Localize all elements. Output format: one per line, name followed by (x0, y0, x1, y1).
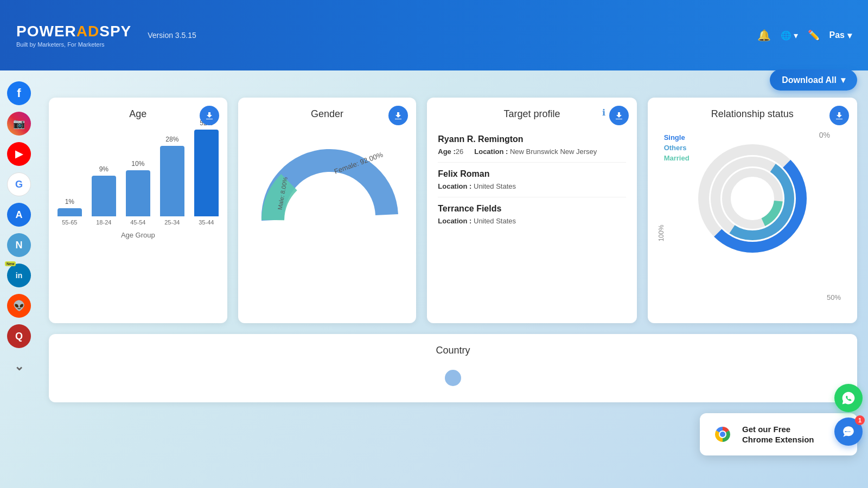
bar-label-5565: 55-65 (62, 219, 77, 226)
age-download-button[interactable] (200, 106, 219, 125)
profile-person-3: Terrance Fields Location : United States (438, 197, 626, 232)
download-all-chevron: ▾ (841, 75, 845, 85)
relationship-chart-area: Single Others Married 0% 100% 50% (659, 128, 846, 312)
chrome-extension-text: Get our FreeChrome Extension (742, 424, 814, 445)
location-label-1: Location : (474, 147, 508, 156)
relationship-card: Relationship status Single Others Marrie… (648, 98, 857, 323)
bar-pct-4554: 10% (131, 160, 144, 168)
download-icon-rel (835, 111, 844, 120)
sidebar-item-linkedin[interactable]: New in (7, 264, 31, 287)
profile-details-2: Location : United States (438, 182, 626, 190)
globe-icon: 🌐 (781, 30, 792, 41)
sidebar-item-google[interactable]: G (7, 172, 31, 196)
chat-fab[interactable]: 1 (834, 418, 863, 446)
profile-name-2: Felix Roman (438, 169, 626, 179)
location-label-3: Location : (438, 217, 471, 225)
country-card: Country (49, 334, 857, 402)
country-indicator (60, 364, 846, 391)
gender-card: Gender Female: 92.00% Male: 8.00% (238, 98, 417, 323)
target-profile-content: Ryann R. Remington Age :26 Location : Ne… (438, 128, 626, 232)
logo-subtitle: Built by Marketers, For Marketers (16, 41, 131, 48)
legend-single: Single (664, 133, 690, 142)
chrome-extension-banner: × Get our FreeChrome Extension (700, 413, 857, 455)
sidebar-item-more[interactable]: ⌄ (7, 355, 31, 378)
age-card-title: Age (60, 108, 216, 120)
legend-others: Others (664, 144, 690, 152)
sidebar-item-quora[interactable]: Q (7, 324, 31, 348)
logo: POWERADSPY Built by Marketers, For Marke… (16, 23, 131, 48)
info-icon: ℹ (602, 107, 605, 118)
profile-name-3: Terrance Fields (438, 204, 626, 214)
rel-donut-chart (693, 139, 812, 258)
bar-visual-1824 (92, 176, 116, 216)
svg-point-14 (720, 432, 725, 437)
user-chevron: ▾ (847, 30, 852, 41)
gender-donut-chart: Female: 92.00% Male: 8.00% (251, 133, 403, 242)
logo-spy: SPY (99, 23, 131, 40)
gender-chart-area: Female: 92.00% Male: 8.00% (249, 128, 406, 247)
logo-power: POWER (16, 23, 76, 40)
version-label: Version 3.5.15 (148, 31, 196, 40)
header-right: 🔔 🌐 ▾ ✏️ Pas ▾ (757, 29, 852, 42)
user-menu[interactable]: Pas ▾ (829, 30, 852, 41)
bar-pct-1824: 9% (99, 165, 108, 173)
age-group-label: Age Group (60, 231, 216, 239)
bar-1824: 9% 18-24 (92, 165, 116, 226)
sidebar-item-native[interactable]: N (7, 233, 31, 257)
sidebar-item-instagram[interactable]: 📷 (7, 112, 31, 136)
bar-visual-4554 (126, 170, 150, 216)
whatsapp-fab[interactable] (834, 384, 863, 412)
target-download-button[interactable] (609, 106, 629, 125)
sidebar: f 📷 ▶ G A N New in 👽 Q ⌄ (0, 70, 38, 488)
globe-menu[interactable]: 🌐 ▾ (781, 30, 798, 41)
download-all-button[interactable]: Download All ▾ (770, 69, 857, 91)
svg-point-0 (297, 185, 362, 242)
bar-visual-3544 (194, 130, 219, 216)
bar-label-1824: 18-24 (96, 219, 111, 226)
bar-3544: 52% 35-44 (194, 119, 219, 226)
profile-person-2: Felix Roman Location : United States (438, 163, 626, 197)
sidebar-item-youtube[interactable]: ▶ (7, 142, 31, 166)
user-name: Pas (829, 30, 845, 40)
download-icon-gender (394, 111, 403, 120)
globe-chevron: ▾ (794, 30, 798, 41)
whatsapp-icon (841, 390, 856, 406)
country-title: Country (60, 345, 846, 356)
cards-row: Age 1% 55-65 9% 18-24 10% 45-54 (49, 98, 857, 323)
age-label-1: Age : (438, 147, 456, 156)
profile-details-1: Age :26 Location : New Brunswick New Jer… (438, 147, 626, 156)
sidebar-item-adwords[interactable]: A (7, 203, 31, 227)
bar-4554: 10% 45-54 (126, 160, 150, 226)
linkedin-new-badge: New (5, 261, 16, 266)
rel-pct-50: 50% (827, 293, 841, 301)
logo-text: POWERADSPY (16, 23, 131, 40)
relationship-title: Relationship status (659, 108, 846, 120)
bar-visual-2534 (160, 146, 184, 216)
download-icon-target (615, 111, 623, 120)
age-card: Age 1% 55-65 9% 18-24 10% 45-54 (49, 98, 227, 323)
sidebar-item-reddit[interactable]: 👽 (7, 294, 31, 318)
pencil-icon[interactable]: ✏️ (808, 29, 820, 41)
chrome-icon (710, 421, 736, 447)
bar-pct-5565: 1% (65, 198, 74, 206)
profile-location-3: Location : United States (438, 217, 516, 225)
notification-icon[interactable]: 🔔 (757, 29, 771, 42)
country-row: Country (49, 334, 857, 402)
gender-download-button[interactable] (388, 106, 408, 125)
rel-pct-100: 100% (658, 225, 665, 242)
location-label-2: Location : (438, 182, 471, 190)
rel-legend: Single Others Married (664, 133, 690, 162)
chat-icon (841, 425, 856, 439)
gender-card-title: Gender (249, 108, 406, 120)
sidebar-item-facebook[interactable]: f (7, 81, 31, 105)
bar-label-4554: 45-54 (130, 219, 145, 226)
profile-person-1: Ryann R. Remington Age :26 Location : Ne… (438, 128, 626, 163)
target-profile-title: Target profile (438, 108, 626, 120)
relationship-download-button[interactable] (829, 106, 849, 125)
logo-ad: AD (76, 23, 99, 40)
legend-married: Married (664, 154, 690, 162)
bar-visual-5565 (58, 208, 82, 216)
chat-badge: 1 (855, 415, 865, 425)
bar-2534: 28% 25-34 (160, 136, 184, 226)
rel-pct-0: 0% (819, 131, 830, 139)
